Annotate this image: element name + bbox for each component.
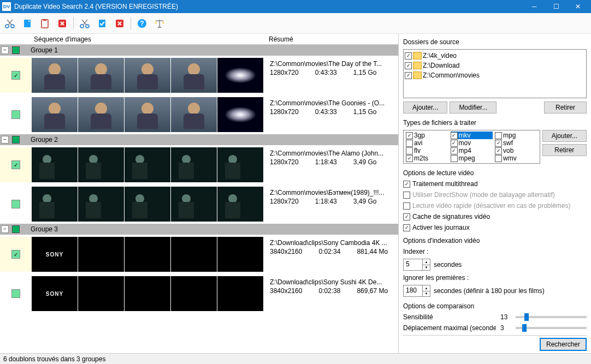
- folder-checkbox[interactable]: ✓: [405, 72, 412, 79]
- thumbnail[interactable]: [125, 97, 170, 132]
- type-checkbox[interactable]: [495, 155, 502, 162]
- folder-item[interactable]: ✓ Z:\Download: [405, 61, 585, 70]
- skip-spinner[interactable]: 180▲▼ secondes (définir à 180 pour les f…: [403, 285, 587, 297]
- type-checkbox[interactable]: [406, 147, 413, 154]
- folder-checkbox[interactable]: ✓: [405, 52, 412, 59]
- remove-type-button[interactable]: Retirer: [542, 144, 587, 156]
- file-types-listbox[interactable]: ✓3gp✓mkvmpgavi✓mov✓swfflv✓mp4✓vob✓m2tsmp…: [403, 130, 540, 164]
- video-row[interactable]: Z:\Common\movies\The Goonies - (O... 128…: [0, 95, 398, 134]
- thumbnail[interactable]: [125, 237, 170, 272]
- group-header[interactable]: − Groupe 1: [0, 45, 398, 56]
- file-type-item[interactable]: ✓mp4: [451, 147, 493, 154]
- group-checkbox[interactable]: [12, 225, 20, 233]
- thumbnail[interactable]: [125, 187, 170, 222]
- minimize-button[interactable]: ─: [523, 0, 545, 13]
- type-checkbox[interactable]: ✓: [406, 132, 413, 139]
- indexer-value[interactable]: 5: [404, 259, 422, 270]
- scales-icon[interactable]: [152, 16, 167, 31]
- thumbnail[interactable]: [217, 147, 263, 182]
- thumbnail[interactable]: [217, 237, 263, 272]
- video-check-cell[interactable]: [0, 276, 32, 311]
- add-type-button[interactable]: Ajouter...: [542, 130, 587, 142]
- file-type-item[interactable]: ✓mov: [451, 139, 493, 147]
- type-checkbox[interactable]: [451, 155, 458, 162]
- thumbnail[interactable]: [171, 147, 217, 182]
- opt-cache[interactable]: ✓Cache de signatures vidéo: [403, 213, 587, 220]
- group-checkbox[interactable]: [12, 46, 20, 54]
- opt-multithread[interactable]: ✓Traitement multithread: [403, 180, 587, 188]
- video-row[interactable]: Z:\Common\movies\Бэтмен(1989)_!!!... 128…: [0, 184, 398, 224]
- file-type-item[interactable]: mpeg: [451, 154, 493, 162]
- file-type-item[interactable]: ✓mkv: [451, 132, 493, 139]
- cut-icon-2[interactable]: [77, 16, 92, 31]
- file-type-item[interactable]: ✓m2ts: [406, 154, 448, 162]
- spin-up-icon[interactable]: ▲: [422, 285, 430, 291]
- folders-listbox[interactable]: ✓ Z:\4k_video✓ Z:\Download✓ Z:\Common\mo…: [403, 49, 587, 98]
- video-check-cell[interactable]: ✓: [0, 58, 32, 93]
- thumbnail[interactable]: [78, 276, 124, 311]
- thumbnail[interactable]: SONY: [32, 237, 78, 272]
- type-checkbox[interactable]: ✓: [451, 132, 458, 139]
- thumbnail[interactable]: [78, 187, 124, 222]
- video-checkbox[interactable]: ✓: [11, 250, 20, 259]
- video-check-cell[interactable]: ✓: [0, 147, 32, 182]
- thumbnail[interactable]: [217, 187, 263, 222]
- thumbnail[interactable]: [32, 147, 78, 182]
- remove-folder-button[interactable]: Retirer: [544, 102, 587, 114]
- opt-directshow[interactable]: Utiliser DirectShow (mode de balayage al…: [403, 191, 587, 199]
- thumbnail[interactable]: [171, 187, 217, 222]
- thumbnail[interactable]: [217, 58, 263, 93]
- thumbnail[interactable]: [78, 147, 124, 182]
- file-type-item[interactable]: ✓3gp: [406, 132, 448, 139]
- indexer-spinner[interactable]: 5▲▼ secondes: [403, 259, 587, 271]
- thumbnail[interactable]: [171, 276, 217, 311]
- folder-checkbox[interactable]: ✓: [405, 62, 412, 69]
- video-row[interactable]: ✓ Z:\Common\movies\The Day of the T... 1…: [0, 56, 398, 95]
- skip-value[interactable]: 180: [404, 285, 422, 296]
- thumbnail[interactable]: [125, 147, 170, 182]
- thumbnail[interactable]: [125, 276, 170, 311]
- thumbnail[interactable]: [78, 237, 124, 272]
- type-checkbox[interactable]: [495, 132, 502, 139]
- collapse-icon[interactable]: −: [1, 136, 9, 144]
- video-checkbox[interactable]: [11, 110, 20, 119]
- folder-item[interactable]: ✓ Z:\Common\movies: [405, 70, 585, 80]
- collapse-icon[interactable]: −: [1, 46, 9, 54]
- col-sequence[interactable]: Séquence d'images: [32, 35, 267, 43]
- type-checkbox[interactable]: ✓: [495, 140, 502, 147]
- thumbnail[interactable]: [78, 97, 124, 132]
- close-button[interactable]: ✕: [567, 0, 589, 13]
- opt-fastread[interactable]: Lecture vidéo rapide (désactiver en cas …: [403, 202, 587, 210]
- clipboard-icon[interactable]: [37, 16, 52, 31]
- file-type-item[interactable]: wmv: [495, 154, 537, 162]
- thumbnail[interactable]: [171, 237, 217, 272]
- spin-down-icon[interactable]: ▼: [422, 265, 430, 271]
- video-row[interactable]: ✓ SONY Z:\Download\clips\Sony Cambodia 4…: [0, 235, 398, 274]
- sensitivity-slider[interactable]: Sensibilité 13: [403, 313, 587, 321]
- video-checkbox[interactable]: ✓: [11, 71, 20, 80]
- cut-icon[interactable]: [2, 16, 17, 31]
- col-summary[interactable]: Résumé: [267, 35, 398, 43]
- thumbnail[interactable]: [217, 276, 263, 311]
- thumbnail[interactable]: SONY: [32, 276, 78, 311]
- thumbnail[interactable]: [32, 97, 78, 132]
- video-row[interactable]: ✓ Z:\Common\movies\The Alamo (John... 12…: [0, 145, 398, 184]
- type-checkbox[interactable]: ✓: [451, 140, 458, 147]
- thumbnail[interactable]: [32, 58, 78, 93]
- modify-folder-button[interactable]: Modifier...: [450, 102, 497, 114]
- type-checkbox[interactable]: ✓: [495, 147, 502, 154]
- type-checkbox[interactable]: ✓: [406, 155, 413, 162]
- type-checkbox[interactable]: [406, 140, 413, 147]
- type-checkbox[interactable]: ✓: [451, 147, 458, 154]
- file-type-item[interactable]: ✓vob: [495, 147, 537, 154]
- spin-down-icon[interactable]: ▼: [422, 291, 430, 297]
- thumbnail[interactable]: [171, 97, 217, 132]
- collapse-icon[interactable]: −: [1, 225, 9, 233]
- thumbnail[interactable]: [171, 58, 217, 93]
- thumbnail[interactable]: [217, 97, 263, 132]
- spin-up-icon[interactable]: ▲: [422, 259, 430, 265]
- shift-slider[interactable]: Déplacement maximal (secondes) 3: [403, 324, 587, 332]
- video-checkbox[interactable]: [11, 289, 20, 298]
- new-file-icon[interactable]: [20, 16, 35, 31]
- help-icon[interactable]: ?: [134, 16, 150, 31]
